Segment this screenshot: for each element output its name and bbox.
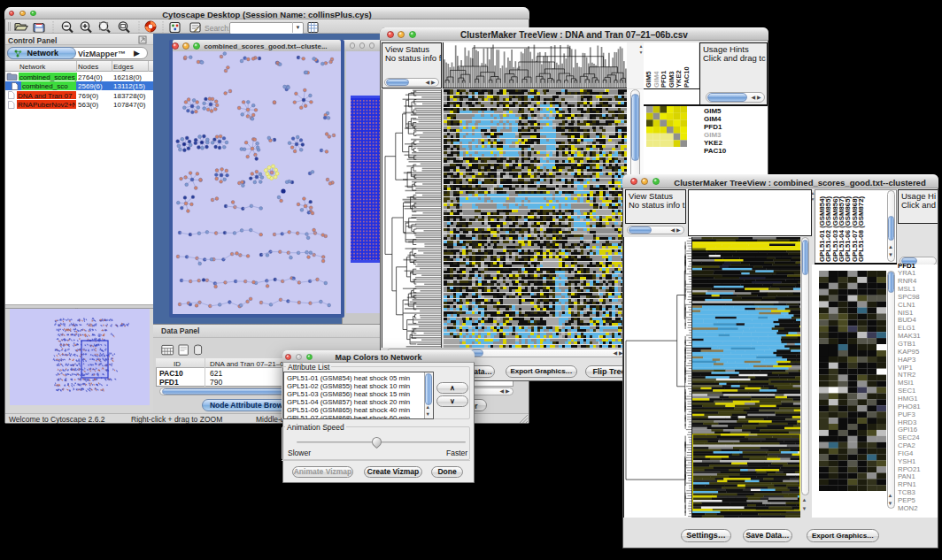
svg-text:PAC10: PAC10 xyxy=(683,66,691,88)
svg-text:GPL51-08 (GSM872): GPL51-08 (GSM872) xyxy=(857,196,865,262)
